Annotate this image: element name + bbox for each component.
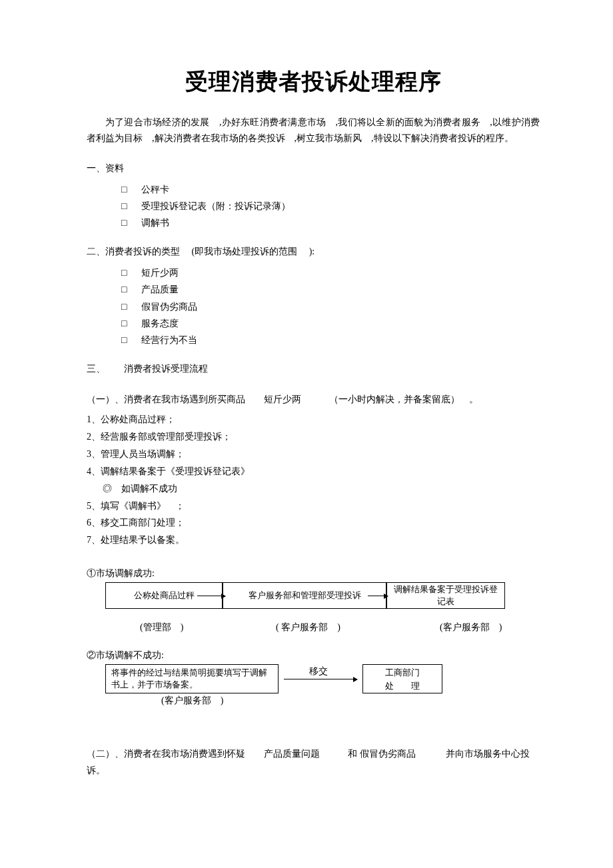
step-item: 7、处理结果予以备案。 [87, 532, 540, 549]
intro-paragraph: 为了迎合市场经济的发展 ,办好东旺消费者满意市场 ,我们将以全新的面貌为消费者服… [87, 115, 540, 147]
list-item: 调解书 [121, 215, 540, 231]
flow2-box-left: 将事件的经过与结果简明扼要填写于调解书上，并于市场备案。 [105, 664, 279, 693]
flow2-caption-left: (客户服务部 ) [161, 695, 223, 707]
step-item: 2、经营服务部或管理部受理投诉； [87, 428, 540, 446]
flow1-label: ①市场调解成功: [87, 568, 540, 580]
step-item: 5、填写《调解书》 ； [87, 498, 540, 515]
step-item: 1、公称处商品过秤； [87, 411, 540, 428]
list-item: 受理投诉登记表（附：投诉记录薄） [121, 198, 540, 215]
flow2-label: ②市场调解不成功: [87, 650, 540, 661]
subsection-2-head: （二）、消费者在我市场消费遇到怀疑 产品质量问题 和 假冒伪劣商品 并向市场服务… [87, 745, 540, 779]
subsection-1-head: （一）、消费者在我市场遇到所买商品 短斤少两 （一小时内解决，并备案留底） 。 [87, 394, 540, 406]
list-item: 假冒伪劣商品 [121, 298, 540, 315]
list-item: 公秤卡 [121, 181, 540, 198]
step-item-note: ◎ 如调解不成功 [87, 480, 540, 498]
flow1-caption-2: ( 客户服务部 ) [276, 622, 340, 634]
flow1-captions: (管理部 ) ( 客户服务部 ) (客户服务部 ) [105, 622, 540, 636]
flow1-caption-3: (客户服务部 ) [440, 622, 502, 634]
step-item: 6、移交工商部门处理； [87, 514, 540, 532]
step-list: 1、公称处商品过秤； 2、经营服务部或管理部受理投诉； 3、管理人员当场调解； … [87, 411, 540, 549]
flow2-box-right-line1: 工商部门 [363, 666, 442, 679]
section-1-list: 公秤卡 受理投诉登记表（附：投诉记录薄） 调解书 [87, 181, 540, 232]
list-item: 服务态度 [121, 315, 540, 332]
flow-diagram-1: 公称处商品过秤 客户服务部和管理部受理投诉 调解结果备案于受理投诉登记表 [105, 582, 540, 619]
list-item: 短斤少两 [121, 264, 540, 281]
step-item: 3、管理人员当场调解； [87, 446, 540, 463]
step-item: 4、调解结果备案于《受理投诉登记表》 [87, 463, 540, 480]
list-item: 产品质量 [121, 281, 540, 298]
section-3-head: 三、 消费者投诉受理流程 [87, 363, 540, 375]
flow1-box-3: 调解结果备案于受理投诉登记表 [386, 582, 505, 609]
arrow-icon [284, 679, 357, 679]
page-title: 受理消费者投诉处理程序 [87, 67, 540, 97]
flow1-caption-1: (管理部 ) [140, 622, 183, 634]
flow2-arrow-label: 移交 [309, 665, 328, 677]
section-2-list: 短斤少两 产品质量 假冒伪劣商品 服务态度 经营行为不当 [87, 264, 540, 348]
section-1-head: 一、资料 [87, 163, 540, 175]
flow-diagram-2: 将事件的经过与结果简明扼要填写于调解书上，并于市场备案。 (客户服务部 ) 移交… [105, 664, 540, 712]
flow1-box-2: 客户服务部和管理部受理投诉 [223, 582, 386, 609]
list-item: 经营行为不当 [121, 332, 540, 348]
arrow-icon [368, 596, 388, 596]
section-2-head: 二、消费者投诉的类型 (即我市场处理投诉的范围 ): [87, 246, 540, 258]
flow2-box-right: 工商部门 处 理 [362, 664, 442, 693]
arrow-icon [197, 596, 225, 596]
flow2-box-right-line2: 处 理 [363, 679, 442, 693]
